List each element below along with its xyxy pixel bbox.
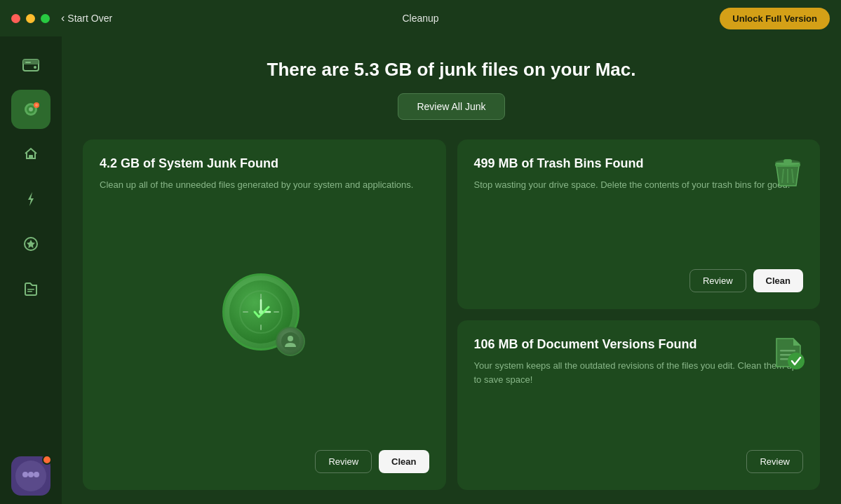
system-junk-card: 4.2 GB of System Junk Found Clean up all…: [83, 139, 446, 490]
trash-bins-card: 499 MB of Trash Bins Found Stop wasting …: [457, 139, 821, 309]
svg-point-14: [22, 472, 28, 477]
sidebar-item-apps[interactable]: [11, 224, 51, 264]
sidebar-item-disk[interactable]: [11, 45, 51, 84]
svg-point-8: [35, 104, 38, 107]
back-button[interactable]: ‹ Start Over: [61, 12, 112, 25]
content-area: There are 5.3 GB of junk files on your M…: [62, 36, 841, 504]
doc-versions-title: 106 MB of Document Versions Found: [474, 337, 804, 352]
cards-grid: 4.2 GB of System Junk Found Clean up all…: [83, 139, 820, 490]
headline-title: There are 5.3 GB of junk files on your M…: [83, 59, 820, 81]
svg-rect-11: [27, 289, 34, 290]
svg-point-16: [28, 472, 34, 477]
system-junk-title: 4.2 GB of System Junk Found: [100, 156, 429, 171]
trash-bins-review-button[interactable]: Review: [689, 269, 746, 292]
headline-section: There are 5.3 GB of junk files on your M…: [83, 36, 820, 139]
titlebar-center: Cleanup: [402, 13, 438, 24]
traffic-light-minimize[interactable]: [26, 14, 35, 23]
traffic-lights: [11, 14, 50, 23]
trash-bins-icon: [769, 154, 806, 190]
svg-rect-33: [780, 350, 795, 352]
sidebar: [0, 36, 62, 504]
svg-point-15: [34, 472, 39, 477]
avatar[interactable]: [11, 456, 51, 496]
clock-badge: [276, 327, 305, 356]
sidebar-item-privacy[interactable]: [11, 135, 51, 174]
traffic-light-close[interactable]: [11, 14, 20, 23]
titlebar-left: ‹ Start Over: [11, 12, 112, 25]
unlock-full-version-button[interactable]: Unlock Full Version: [720, 8, 830, 29]
system-junk-buttons: Review Clean: [100, 450, 429, 473]
trash-bins-title: 499 MB of Trash Bins Found: [474, 156, 804, 171]
trash-bins-buttons: Review Clean: [474, 269, 804, 292]
system-junk-image: [100, 192, 429, 440]
sidebar-item-files[interactable]: [11, 269, 51, 308]
back-label: Start Over: [67, 13, 112, 24]
system-junk-clean-button[interactable]: Clean: [379, 450, 429, 473]
trash-bins-clean-button[interactable]: Clean: [753, 269, 803, 292]
system-junk-description: Clean up all of the unneeded files gener…: [100, 178, 429, 192]
back-chevron-icon: ‹: [61, 12, 65, 25]
svg-point-32: [775, 160, 800, 165]
svg-rect-12: [27, 291, 32, 292]
clock-illustration: [222, 273, 307, 357]
trash-bins-description: Stop wasting your drive space. Delete th…: [474, 178, 804, 192]
svg-point-36: [788, 353, 805, 369]
sidebar-bottom: [11, 456, 51, 496]
svg-rect-3: [25, 62, 31, 63]
sidebar-item-speed[interactable]: [11, 179, 51, 219]
doc-versions-icon: [769, 334, 806, 371]
traffic-light-fullscreen[interactable]: [41, 14, 50, 23]
doc-versions-card: 106 MB of Document Versions Found Your s…: [457, 320, 821, 490]
titlebar: ‹ Start Over Cleanup Unlock Full Version: [0, 0, 841, 36]
app-title: Cleanup: [402, 13, 438, 24]
doc-versions-buttons: Review: [474, 450, 804, 473]
review-all-junk-button[interactable]: Review All Junk: [398, 93, 504, 120]
svg-point-6: [29, 107, 33, 111]
doc-versions-description: Your system keeps all the outdated revis…: [474, 359, 804, 386]
main-layout: There are 5.3 GB of junk files on your M…: [0, 36, 841, 504]
sidebar-item-cleanup[interactable]: [11, 90, 51, 129]
svg-rect-9: [29, 155, 33, 158]
svg-point-2: [34, 66, 36, 69]
system-junk-review-button[interactable]: Review: [315, 450, 372, 473]
doc-versions-review-button[interactable]: Review: [746, 450, 803, 473]
svg-point-24: [259, 310, 263, 314]
svg-point-26: [288, 336, 293, 341]
